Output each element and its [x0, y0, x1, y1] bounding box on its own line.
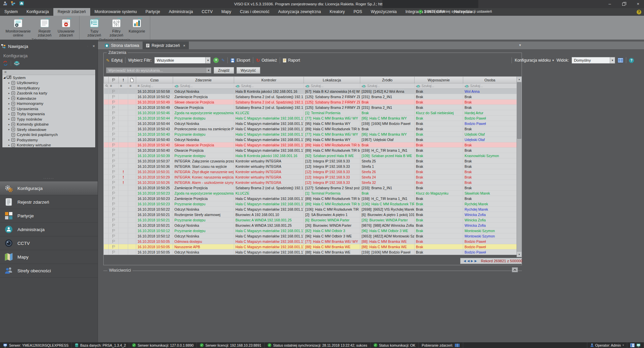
- tree-item[interactable]: ▸ Kalendarze: [2, 96, 95, 101]
- event-row[interactable]: 16.10.2018 10:50:23 Zgoda na wypożyczeni…: [104, 191, 517, 196]
- ribbon-tab[interactable]: Kreatory: [325, 8, 349, 16]
- cell-osoba[interactable]: Krasnowiński Szymon: [463, 153, 517, 158]
- cell-osoba[interactable]: Bodzio Paweł: [463, 250, 517, 255]
- ribbon-tab[interactable]: Czas i obecność: [235, 8, 274, 16]
- event-row[interactable]: 16.10.2018 10:50:37 INTEGRA: Załączenie …: [104, 158, 517, 164]
- tree-item[interactable]: ▸ Identyfikatory: [2, 85, 95, 91]
- event-row[interactable]: 16.10.2018 10:50:22 Odczyt Nośnika Hala …: [104, 207, 517, 212]
- help-icon[interactable]: ?: [637, 10, 641, 14]
- cell-osoba[interactable]: Brak: [463, 94, 517, 99]
- column-header-czas[interactable]: Czas: [136, 77, 173, 83]
- chevron-down-icon[interactable]: ▾: [610, 57, 615, 63]
- filter-wyposazenie-input[interactable]: abcSzukaj...: [415, 83, 463, 89]
- layout-icon[interactable]: [630, 343, 635, 347]
- ribbon-tab[interactable]: Wypożyczenia: [366, 8, 401, 16]
- shortcut-konfiguracja[interactable]: Konfiguracja: [0, 182, 98, 195]
- event-filters-button[interactable]: Filtry zdarzeń: [107, 17, 126, 37]
- event-row[interactable]: 16.10.2018 10:50:21 Rozbrojenie Strefy a…: [104, 212, 517, 217]
- cell-osoba[interactable]: Rychdej Marek: [463, 207, 517, 212]
- tree-item[interactable]: Czytniki linii papilarnych: [2, 132, 95, 138]
- tree-item[interactable]: ▸ Komendy globalne: [2, 122, 95, 127]
- event-row[interactable]: 16.10.2018 10:50:39 Przyznanie dostępu H…: [104, 153, 517, 158]
- filter-alert-cell[interactable]: =: [119, 83, 128, 89]
- column-header-lokalizacja[interactable]: Lokalizacja: [304, 77, 360, 83]
- note-column-header[interactable]: [128, 77, 136, 83]
- shortcut-strefy-obecnosci[interactable]: Strefy obecności: [0, 264, 98, 278]
- ribbon-tab[interactable]: Rejestr zdarzeń: [53, 8, 90, 16]
- cell-osoba[interactable]: Montowski Szymon: [463, 228, 517, 233]
- flag-column-header[interactable]: [109, 77, 119, 83]
- cell-osoba[interactable]: Hardej Artur: [463, 110, 517, 116]
- event-row[interactable]: 16.10.2018 10:50:46 Zgoda na wypożyczeni…: [104, 110, 517, 116]
- alert-column-header[interactable]: !: [119, 77, 128, 83]
- filter-osoba-input[interactable]: abcSzukaj...: [463, 83, 517, 89]
- tree-item-system[interactable]: ◢ System: [2, 75, 95, 80]
- tree-item[interactable]: ▸ Uprawnienia: [2, 106, 95, 112]
- column-header-kontroler[interactable]: Kontroler: [234, 77, 304, 83]
- event-types-button[interactable]: Typy zdarzeń: [82, 17, 107, 37]
- cell-osoba[interactable]: Udębski Olaf: [463, 132, 517, 137]
- clear-button[interactable]: Wyczyść: [236, 67, 260, 74]
- minimize-button[interactable]: –: [608, 0, 611, 8]
- cell-osoba[interactable]: Udębski Olaf: [463, 137, 517, 142]
- filter-flag-cell[interactable]: =: [109, 83, 119, 89]
- event-row[interactable]: ! 16.10.2018 10:50:31 INTEGRA: Zbyt dług…: [104, 169, 517, 175]
- ribbon-tab[interactable]: Mapy: [217, 8, 235, 16]
- help-icon[interactable]: ?: [629, 58, 634, 63]
- ribbon-tab[interactable]: Autoryzacja zewnętrzna: [274, 8, 325, 16]
- chevron-down-icon[interactable]: ▾: [205, 57, 210, 63]
- filter-czas-input[interactable]: =Szukaj...: [136, 83, 173, 89]
- cell-osoba[interactable]: Rychdej Marek: [463, 201, 517, 207]
- first-record-icon[interactable]: ◀: [464, 259, 466, 263]
- ribbon-tab[interactable]: Partycje: [141, 8, 164, 16]
- cell-osoba[interactable]: Montowski Szymon: [463, 233, 517, 239]
- edit-filter-icon[interactable]: ✎: [221, 58, 225, 63]
- filter-note-cell[interactable]: =: [128, 83, 136, 89]
- tree-item[interactable]: ▸ Podsystemy: [2, 137, 95, 143]
- search-input[interactable]: Wprowadź tekst do wyszukania... ▾: [106, 67, 211, 73]
- layers-icon[interactable]: [14, 61, 20, 66]
- tree-item[interactable]: ▸ Strefy obwodowe: [2, 127, 95, 132]
- shortcut-rejestr-zdarzen[interactable]: Rejestr zdarzeń: [0, 195, 98, 209]
- monitoring-online-button[interactable]: Monitorowanie online: [2, 17, 34, 37]
- event-row[interactable]: 16.10.2018 10:50:23 Przyznanie dostępu H…: [104, 201, 517, 207]
- columns-icon[interactable]: [618, 58, 623, 63]
- find-button[interactable]: Znajdź: [214, 67, 234, 74]
- panel-splitter[interactable]: ······: [0, 177, 98, 180]
- shortcut-cctv[interactable]: CCTV: [0, 236, 98, 250]
- restore-button[interactable]: [622, 3, 625, 6]
- cell-osoba[interactable]: Brak: [463, 99, 517, 105]
- tree-item[interactable]: ▸ Harmonogramy: [2, 101, 95, 107]
- filter-zrodlo-input[interactable]: abcSzukaj...: [360, 83, 415, 89]
- event-row[interactable]: 16.10.2018 10:50:52 Zamknięcie Przejścia…: [104, 94, 517, 99]
- ribbon-tab[interactable]: POS: [349, 8, 366, 16]
- report-button[interactable]: Raport: [283, 58, 300, 63]
- filter-select[interactable]: Wszystkie ▾: [154, 57, 211, 64]
- cell-osoba[interactable]: Bodzio Paweł: [463, 121, 517, 126]
- tab-strona-startowa[interactable]: Strona startowa: [101, 42, 143, 49]
- event-row[interactable]: 16.10.2018 10:50:12 Odczyt Nośnika Hala …: [104, 233, 517, 239]
- cell-osoba[interactable]: Winicka Zofia: [463, 223, 517, 228]
- close-button[interactable]: ×: [637, 0, 639, 8]
- event-row[interactable]: 16.10.2018 10:50:44 Przyznanie dostępu H…: [104, 116, 517, 121]
- ribbon-tab[interactable]: System: [0, 8, 22, 16]
- pin-icon[interactable]: [86, 44, 89, 49]
- event-row[interactable]: 16.10.2018 10:50:25 Zamknięcie Przejścia…: [104, 185, 517, 191]
- cell-osoba[interactable]: Brak: [463, 148, 517, 153]
- status-operator[interactable]: Operator: Admin ▾: [587, 342, 627, 348]
- view-select[interactable]: Domyślny ▾: [572, 57, 615, 64]
- column-header-wyposazenie[interactable]: Wyposażenie: [415, 77, 463, 83]
- view-config-dropdown[interactable]: Konfiguracja widoku ▾: [515, 58, 554, 63]
- event-row[interactable]: ! 16.10.2018 10:50:29 INTEGRA: Koniec na…: [104, 175, 517, 180]
- event-row[interactable]: 16.10.2018 10:50:21 Przyznanie dostępu B…: [104, 217, 517, 223]
- expander-column-header[interactable]: [104, 77, 109, 83]
- scroll-up-icon[interactable]: ▲: [517, 77, 522, 82]
- filter-zdarzenie-input[interactable]: abcSzukaj...: [173, 83, 234, 89]
- delete-events-button[interactable]: Usuwanie zdarzeń: [55, 17, 77, 37]
- ribbon-tab[interactable]: Konfiguracja: [22, 8, 53, 16]
- tree-item[interactable]: ▸ Tryby logowania: [2, 112, 95, 117]
- event-row[interactable]: 16.10.2018 10:50:43 Przekroczenie czasu …: [104, 126, 517, 132]
- cell-osoba[interactable]: Brak: [463, 142, 517, 148]
- scrollbar-thumb[interactable]: [517, 82, 521, 139]
- cell-osoba[interactable]: Brak: [463, 105, 517, 110]
